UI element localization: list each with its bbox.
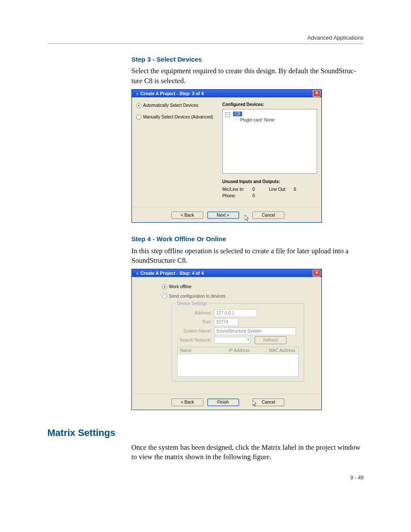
- step4-titlebar: Create A Project - Step: 4 of 4 ✕: [132, 269, 321, 277]
- step3-titlebar: Create A Project - Step: 3 of 4 ✕: [132, 90, 321, 97]
- app-icon: [134, 271, 139, 275]
- lineout-label: Line Out:: [269, 187, 290, 193]
- svg-rect-1: [136, 93, 138, 95]
- svg-rect-2: [134, 273, 136, 275]
- close-icon[interactable]: ✕: [313, 270, 321, 277]
- radio-work-offline[interactable]: [162, 284, 167, 289]
- radio-work-offline-label: Work offline: [169, 284, 191, 290]
- page-number: 9 - 49: [47, 475, 364, 481]
- tree-collapse-icon[interactable]: -: [225, 112, 230, 117]
- unused-io-label: Unused Inputs and Outputs:: [222, 179, 317, 185]
- step3-heading: Step 3 - Select Devices: [131, 55, 364, 64]
- svg-rect-0: [134, 93, 136, 95]
- device-settings-group: Device Settings Address: 127.0.0.1 Port:…: [171, 303, 304, 382]
- step3-paragraph: Select the equipment required to create …: [131, 66, 364, 86]
- next-button[interactable]: Next >: [207, 212, 239, 219]
- search-network-label: Search Network:: [177, 337, 212, 343]
- phone-label: Phone:: [222, 193, 249, 199]
- svg-rect-3: [136, 272, 138, 275]
- address-field[interactable]: 127.0.0.1: [214, 309, 257, 317]
- cursor-icon: [252, 400, 258, 407]
- finish-button[interactable]: Finish: [207, 398, 239, 406]
- configured-devices-tree[interactable]: - C8 ⋯ Plugin card: None: [222, 109, 317, 174]
- lineout-value: 6: [294, 187, 296, 193]
- step4-dialog: Create A Project - Step: 4 of 4 ✕ Work o…: [131, 269, 322, 410]
- step3-title-text: Create A Project - Step: 3 of 4: [140, 90, 204, 96]
- step4-title-text: Create A Project - Step: 4 of 4: [140, 270, 204, 276]
- radio-auto-select[interactable]: [136, 103, 141, 108]
- running-header: Advanced Applications: [47, 34, 364, 44]
- chevron-down-icon: ▾: [247, 338, 249, 342]
- cancel-button[interactable]: Cancel: [252, 212, 284, 219]
- col-mac[interactable]: MAC Address: [266, 347, 298, 354]
- matrix-heading: Matrix Settings: [47, 427, 364, 439]
- radio-auto-label: Automatically Select Devices: [143, 103, 198, 109]
- radio-send-config[interactable]: [162, 293, 167, 299]
- step4-heading: Step 4 - Work Offline Or Online: [131, 235, 364, 243]
- system-name-field[interactable]: SoundStructure System: [214, 327, 296, 335]
- port-field[interactable]: 52774: [214, 318, 238, 326]
- configured-devices-label: Configured Devices:: [222, 102, 317, 108]
- cursor-icon: [245, 215, 250, 222]
- matrix-paragraph: Once the system has been designed, click…: [131, 443, 364, 462]
- refresh-button[interactable]: Refresh: [255, 336, 286, 344]
- tree-plugin-card[interactable]: Plugin card: None: [240, 118, 275, 122]
- phone-value: 0: [252, 193, 255, 199]
- radio-send-config-label: Send configuration to devices: [169, 293, 225, 299]
- step3-dialog: Create A Project - Step: 3 of 4 ✕ Automa…: [131, 89, 322, 223]
- radio-manual-label: Manually Select Devices (Advanced): [143, 114, 213, 120]
- device-settings-legend: Device Settings: [175, 301, 209, 307]
- radio-manual-select[interactable]: [136, 115, 141, 120]
- tree-root-c8[interactable]: C8: [233, 112, 242, 116]
- step4-paragraph: In this step offline operation is select…: [131, 246, 364, 266]
- col-ip[interactable]: IP Address: [226, 347, 266, 354]
- col-name[interactable]: Name: [177, 347, 226, 354]
- app-icon: [134, 91, 139, 96]
- close-icon[interactable]: ✕: [313, 90, 321, 97]
- back-button[interactable]: < Back: [171, 212, 203, 219]
- search-network-combo[interactable]: ▾: [214, 337, 250, 344]
- system-name-label: System Name:: [177, 328, 212, 334]
- port-label: Port:: [177, 319, 212, 325]
- miclinein-value: 0: [252, 187, 265, 193]
- address-label: Address:: [177, 310, 212, 316]
- back-button[interactable]: < Back: [171, 398, 203, 406]
- device-list[interactable]: Name IP Address MAC Address: [177, 347, 299, 377]
- miclinein-label: Mic/Line In:: [222, 187, 249, 193]
